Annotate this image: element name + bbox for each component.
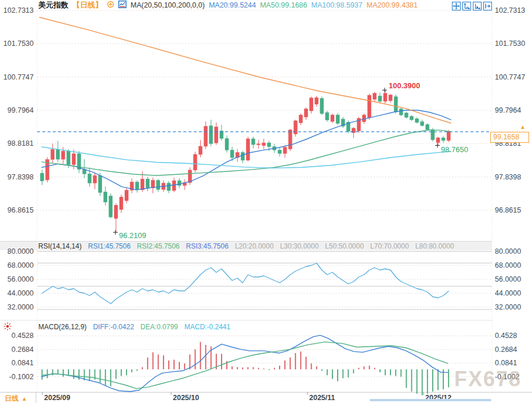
svg-text:2025/10: 2025/10 — [173, 394, 199, 402]
chart-app: 102.7313102.7313101.7530101.7530100.7747… — [0, 0, 532, 403]
svg-text:96.2109: 96.2109 — [119, 231, 146, 240]
price-markers: 100.390096.210998.7650 — [113, 81, 468, 240]
rsi-l80-value: L80:80.0000 — [415, 242, 454, 250]
svg-text:-0.1002: -0.1002 — [9, 373, 34, 381]
macd-title[interactable]: MACD(26,12,9) — [38, 323, 86, 331]
indicator-chart-icon[interactable] — [118, 1, 126, 10]
svg-text:32.0000: 32.0000 — [8, 303, 34, 311]
svg-text:0.4528: 0.4528 — [495, 332, 517, 340]
svg-text:97.8398: 97.8398 — [495, 173, 521, 181]
pan-to-latest-icon[interactable] — [483, 2, 492, 10]
svg-text:102.7313: 102.7313 — [3, 6, 34, 15]
svg-text:100.3900: 100.3900 — [389, 81, 420, 90]
chart-toolbar — [452, 2, 492, 10]
svg-text:101.7530: 101.7530 — [495, 39, 525, 48]
rsi-l30-value: L30:30.0000 — [280, 242, 319, 250]
macd-diff-value: DIFF:-0.0422 — [93, 323, 134, 331]
period-dropdown-arrow-icon: ▲ — [21, 395, 27, 402]
chart-canvas[interactable]: 102.7313102.7313101.7530101.7530100.7747… — [0, 0, 532, 403]
svg-text:100.7747: 100.7747 — [495, 73, 525, 81]
svg-text:-0.1002: -0.1002 — [495, 373, 519, 381]
add-indicator-icon[interactable] — [107, 1, 114, 10]
current-price-tag[interactable]: 99.1658 — [490, 132, 529, 143]
svg-text:96.8615: 96.8615 — [495, 206, 521, 214]
rsi-title[interactable]: RSI(14,14,14) — [38, 242, 82, 250]
svg-text:2025/11: 2025/11 — [309, 394, 335, 402]
rsi3-value: RSI3:45.7506 — [186, 242, 229, 250]
rsi-l50-value: L50:50.0000 — [325, 242, 364, 250]
svg-text:98.7650: 98.7650 — [441, 145, 468, 154]
rsi-level-lines — [37, 251, 492, 310]
rsi-indicator-header: RSI(14,14,14) RSI1:45.7506 RSI2:45.7506 … — [38, 242, 454, 250]
ma200-value: MA200:99.4381 — [367, 1, 418, 9]
svg-text:99.7964: 99.7964 — [8, 106, 34, 114]
fit-horizontal-axis-icon[interactable] — [473, 2, 482, 10]
svg-text:44.0000: 44.0000 — [495, 289, 521, 297]
rsi-l70-value: L70:70.0000 — [370, 242, 409, 250]
svg-text:101.7530: 101.7530 — [3, 39, 34, 48]
macd-dea-value: DEA:0.0799 — [140, 323, 178, 331]
svg-text:56.0000: 56.0000 — [495, 275, 521, 283]
svg-text:68.0000: 68.0000 — [495, 261, 521, 269]
move-crosshair-icon[interactable] — [452, 2, 461, 10]
price-up-arrow-icon: ▲ — [520, 124, 526, 130]
svg-text:44.0000: 44.0000 — [8, 289, 34, 297]
rsi-line-layer — [42, 263, 449, 304]
rsi1-value: RSI1:45.7506 — [88, 242, 131, 250]
svg-text:0.4528: 0.4528 — [12, 332, 34, 340]
macd-hist-value: MACD:-0.2441 — [184, 323, 230, 331]
svg-text:97.8398: 97.8398 — [8, 173, 34, 181]
fit-vertical-axis-icon[interactable] — [462, 2, 471, 10]
svg-text:0.0841: 0.0841 — [495, 359, 517, 367]
scrollbar-thumb[interactable] — [370, 399, 491, 401]
ma-settings-label[interactable]: MA(20,50,100,200,0,0) — [131, 1, 205, 9]
svg-text:96.8615: 96.8615 — [8, 206, 34, 214]
macd-indicator-header: MACD(26,12,9) DIFF:-0.0422 DEA:0.0799 MA… — [38, 323, 230, 330]
alert-sun-icon[interactable] — [2, 321, 13, 334]
svg-text:2025/09: 2025/09 — [44, 394, 70, 402]
svg-text:56.0000: 56.0000 — [8, 275, 34, 283]
symbol-name: 美元指数 — [38, 0, 68, 10]
svg-text:80.0000: 80.0000 — [495, 247, 521, 256]
svg-text:0.2684: 0.2684 — [12, 346, 34, 354]
ma20-value: MA20:99.5244 — [209, 1, 256, 9]
svg-text:80.0000: 80.0000 — [8, 247, 34, 256]
svg-text:100.7747: 100.7747 — [3, 73, 34, 81]
ma100-value: MA100:98.5937 — [312, 1, 363, 9]
main-chart-header: 美元指数 【日线】 MA(20,50,100,200,0,0) MA20:99.… — [38, 1, 418, 10]
svg-text:32.0000: 32.0000 — [495, 303, 521, 311]
macd-lines-layer — [42, 335, 448, 391]
period-label: 日线 — [5, 394, 19, 403]
rsi-l20-value: L20:20.0000 — [235, 242, 274, 250]
svg-text:102.7313: 102.7313 — [495, 6, 525, 15]
svg-text:99.7964: 99.7964 — [495, 106, 521, 114]
svg-text:68.0000: 68.0000 — [8, 261, 34, 269]
ma-lines-layer — [39, 17, 451, 190]
svg-text:0.0841: 0.0841 — [12, 359, 34, 367]
svg-text:98.8181: 98.8181 — [8, 139, 34, 147]
candlestick-layer — [41, 90, 451, 232]
rsi2-value: RSI2:45.7506 — [137, 242, 179, 250]
period-selector[interactable]: 日线 ▲ — [5, 394, 27, 403]
svg-text:0.2684: 0.2684 — [495, 346, 517, 354]
ma50-value: MA50:99.1686 — [260, 1, 307, 9]
period-tag[interactable]: 【日线】 — [73, 0, 103, 10]
